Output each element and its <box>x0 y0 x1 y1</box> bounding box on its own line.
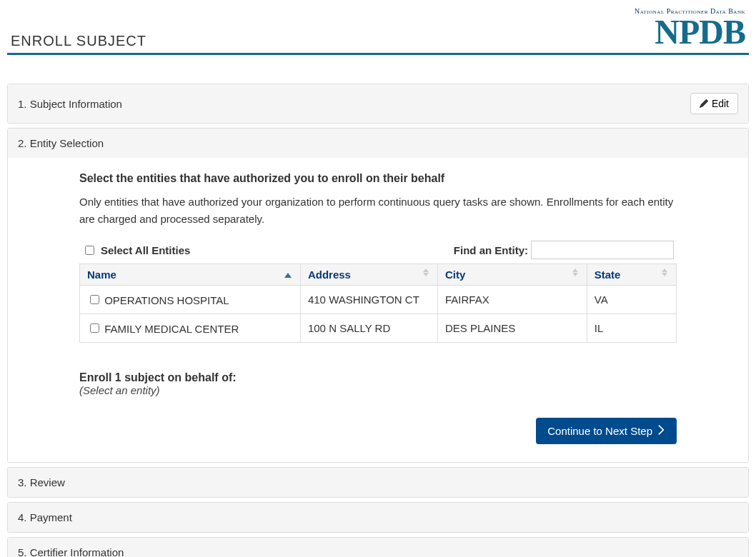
find-entity-label: Find an Entity: <box>454 244 528 256</box>
step-title-certifier: 5. Certifier Information <box>18 546 124 557</box>
table-row: OPERATIONS HOSPITAL 410 WASHINGTON CT FA… <box>80 286 677 314</box>
logo-text: NPDB <box>635 15 745 49</box>
pencil-icon <box>700 99 708 108</box>
entity-state: VA <box>587 286 676 314</box>
sort-icon <box>662 269 667 276</box>
entity-city: DES PLAINES <box>437 314 587 343</box>
edit-button[interactable]: Edit <box>690 93 738 114</box>
entity-name: FAMILY MEDICAL CENTER <box>104 323 239 335</box>
step-title-review: 3. Review <box>18 476 65 488</box>
logo: National Practitioner Data Bank NPDB <box>635 7 745 49</box>
column-header-name-label: Name <box>87 269 116 281</box>
column-header-address-label: Address <box>308 269 351 281</box>
step-review: 3. Review <box>7 467 749 498</box>
step-title-entity-selection: 2. Entity Selection <box>18 137 104 149</box>
step-certifier-information: 5. Certifier Information <box>7 537 749 557</box>
header-divider <box>7 53 749 55</box>
entity-address: 410 WASHINGTON CT <box>300 286 437 314</box>
step-subject-information: 1. Subject Information Edit <box>7 84 749 124</box>
column-header-state[interactable]: State <box>587 264 676 286</box>
entity-name: OPERATIONS HOSPITAL <box>104 294 229 306</box>
sort-icon <box>423 269 429 276</box>
sort-asc-icon <box>284 273 292 278</box>
step-payment: 4. Payment <box>7 502 749 533</box>
find-entity-input[interactable] <box>531 241 674 259</box>
column-header-state-label: State <box>595 269 621 281</box>
page-title: ENROLL SUBJECT <box>11 33 146 49</box>
entity-state: IL <box>587 314 676 343</box>
entity-instruction-title: Select the entities that have authorized… <box>79 172 677 185</box>
entity-instruction-text: Only entities that have authorized your … <box>79 194 677 228</box>
continue-button-label: Continue to Next Step <box>547 425 652 437</box>
sort-icon <box>572 269 578 276</box>
entity-row-checkbox[interactable] <box>90 295 99 304</box>
column-header-address[interactable]: Address <box>300 264 437 286</box>
column-header-name[interactable]: Name <box>80 264 301 286</box>
entity-table: Name Address City State <box>79 264 677 343</box>
select-all-label: Select All Entities <box>101 244 190 256</box>
column-header-city[interactable]: City <box>437 264 587 286</box>
select-all-checkbox[interactable] <box>85 246 94 255</box>
edit-button-label: Edit <box>712 98 729 109</box>
step-entity-selection: 2. Entity Selection Select the entities … <box>7 128 749 463</box>
entity-row-checkbox[interactable] <box>90 323 99 333</box>
continue-button[interactable]: Continue to Next Step <box>536 418 677 444</box>
step-title-subject-information: 1. Subject Information <box>18 98 122 110</box>
enroll-summary-title: Enroll 1 subject on behalf of: <box>79 371 677 384</box>
chevron-right-icon <box>658 425 665 437</box>
entity-city: FAIRFAX <box>437 286 587 314</box>
column-header-city-label: City <box>445 269 465 281</box>
step-title-payment: 4. Payment <box>18 511 72 523</box>
enroll-summary-placeholder: (Select an entity) <box>79 384 677 396</box>
entity-address: 100 N SALLY RD <box>300 314 437 343</box>
table-row: FAMILY MEDICAL CENTER 100 N SALLY RD DES… <box>80 314 677 343</box>
